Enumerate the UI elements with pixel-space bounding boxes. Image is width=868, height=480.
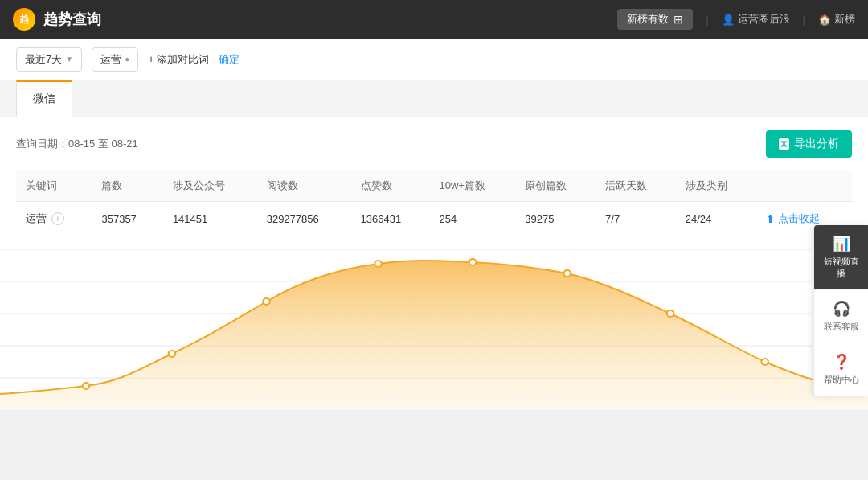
data-table: 关键词 篇数 涉及公众号 阅读数 点赞数 10w+篇数 原创篇数 活跃天数 涉及… <box>16 170 852 236</box>
excel-icon: X <box>779 138 789 150</box>
nav-divider2: | <box>803 14 805 26</box>
col-reads: 阅读数 <box>257 170 351 202</box>
sidebar-help-label: 帮助中心 <box>824 374 859 386</box>
col-likes: 点赞数 <box>351 170 430 202</box>
live-icon: 📊 <box>833 235 850 252</box>
chart-point <box>667 310 674 317</box>
right-sidebar: 📊 短视频直播 🎧 联系客服 ❓ 帮助中心 <box>813 225 868 396</box>
col-original: 原创篇数 <box>515 170 596 202</box>
export-label: 导出分析 <box>794 137 839 151</box>
cell-ten-plus: 254 <box>429 202 515 236</box>
add-compare-button[interactable]: + 添加对比词 <box>148 52 209 67</box>
chart-point <box>375 261 382 267</box>
chart-point <box>263 298 270 305</box>
nav-divider: | <box>706 14 708 26</box>
cell-reads: 329277856 <box>257 202 351 236</box>
chart-fill <box>0 261 868 410</box>
chart-point <box>563 270 571 277</box>
nav-label-home: 新榜 <box>834 12 855 27</box>
chart-point <box>469 259 477 265</box>
date-range-text: 查询日期：08-15 至 08-21 <box>16 137 138 151</box>
new-rank-badge[interactable]: 新榜有数 ⊞ <box>617 9 693 30</box>
badge-label: 新榜有数 <box>627 12 669 27</box>
header-left: 趋 趋势查询 <box>13 8 101 31</box>
keyword-tag: 运营 ● <box>92 47 138 72</box>
tab-wechat-label: 微信 <box>33 92 55 105</box>
col-accounts: 涉及公众号 <box>163 170 257 202</box>
tab-bar: 微信 <box>0 80 868 117</box>
help-icon: ❓ <box>833 353 850 371</box>
tab-wechat[interactable]: 微信 <box>16 80 72 117</box>
col-categories: 涉及类别 <box>676 170 756 202</box>
cell-count: 357357 <box>92 202 162 236</box>
col-active-days: 活跃天数 <box>596 170 676 202</box>
date-select-button[interactable]: 最近7天 ▼ <box>16 47 82 72</box>
sidebar-live-label: 短视频直播 <box>821 256 862 280</box>
col-count: 篇数 <box>92 170 162 202</box>
home-icon: 🏠 <box>818 14 831 26</box>
logo-icon: 趋 <box>13 8 35 31</box>
date-select-label: 最近7天 <box>25 52 62 67</box>
cell-original: 39275 <box>515 202 596 236</box>
add-compare-label: + 添加对比词 <box>148 52 209 67</box>
confirm-label: 确定 <box>219 53 240 65</box>
table-header-row: 关键词 篇数 涉及公众号 阅读数 点赞数 10w+篇数 原创篇数 活跃天数 涉及… <box>16 170 852 202</box>
service-icon: 🎧 <box>833 300 850 318</box>
grid-icon: ⊞ <box>674 13 683 26</box>
trend-link-label: 点击收起 <box>778 211 820 226</box>
date-range-row: 查询日期：08-15 至 08-21 X 导出分析 <box>16 130 852 158</box>
trend-up-icon: ⬆ <box>766 213 775 225</box>
nav-label-user: 运营圈后浪 <box>738 12 790 27</box>
cell-categories: 24/24 <box>676 202 756 236</box>
row-keyword-label: 运营 <box>26 211 47 226</box>
sidebar-service-label: 联系客服 <box>824 321 859 333</box>
export-button[interactable]: X 导出分析 <box>766 130 852 158</box>
cell-likes: 1366431 <box>351 202 430 236</box>
chart-area <box>0 249 868 410</box>
sidebar-item-service[interactable]: 🎧 联系客服 <box>814 290 868 343</box>
keyword-add-icon[interactable]: + <box>51 212 64 225</box>
col-ten-plus: 10w+篇数 <box>429 170 515 202</box>
content-area: 微信 查询日期：08-15 至 08-21 X 导出分析 关键词 篇数 涉及公 <box>0 80 868 480</box>
chart-svg <box>0 249 868 410</box>
nav-user-circle[interactable]: 👤 运营圈后浪 <box>722 12 790 27</box>
chart-point <box>761 359 768 365</box>
cell-active-days: 7/7 <box>596 202 676 236</box>
confirm-button[interactable]: 确定 <box>219 52 240 67</box>
col-keyword: 关键词 <box>16 170 92 202</box>
content-panel: 查询日期：08-15 至 08-21 X 导出分析 关键词 篇数 涉及公众号 阅… <box>0 117 868 249</box>
header: 趋 趋势查询 新榜有数 ⊞ | 👤 运营圈后浪 | 🏠 新榜 <box>0 0 868 39</box>
table-row: 运营 + 357357 141451 329277856 1366431 254… <box>16 202 852 236</box>
keyword-cell: 运营 + <box>26 211 82 226</box>
app-title: 趋势查询 <box>43 10 101 29</box>
arrow-down-icon: ▼ <box>65 55 73 64</box>
chart-point <box>83 383 90 389</box>
header-right: 新榜有数 ⊞ | 👤 运营圈后浪 | 🏠 新榜 <box>617 9 855 30</box>
col-action <box>756 170 853 202</box>
nav-home[interactable]: 🏠 新榜 <box>818 12 855 27</box>
page-wrapper: 趋 趋势查询 新榜有数 ⊞ | 👤 运营圈后浪 | 🏠 新榜 最近7天 ▼ <box>0 0 868 480</box>
toolbar: 最近7天 ▼ 运营 ● + 添加对比词 确定 <box>0 39 868 80</box>
cell-accounts: 141451 <box>163 202 257 236</box>
sidebar-item-live[interactable]: 📊 短视频直播 <box>814 225 868 290</box>
chart-point <box>169 351 176 357</box>
keyword-label: 运营 <box>100 52 121 67</box>
trend-up-link[interactable]: ⬆ 点击收起 <box>766 211 843 226</box>
keyword-circle-icon: ● <box>125 55 129 64</box>
user-icon: 👤 <box>722 14 735 26</box>
sidebar-item-help[interactable]: ❓ 帮助中心 <box>814 343 868 396</box>
cell-keyword: 运营 + <box>16 202 92 236</box>
